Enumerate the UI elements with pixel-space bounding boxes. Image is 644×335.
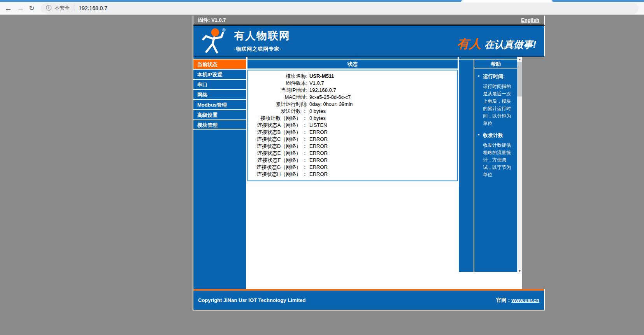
scrollbar-thumb[interactable] [517,62,522,96]
browser-chrome: ← → ↻ ⓘ 不安全 192.168.0.7 [0,0,644,15]
status-value: ERROR [309,136,328,143]
sidebar-item-advanced[interactable]: 高级设置 [193,109,246,119]
help-column: 帮助 •运行时间:运行时间指的是从最近一次上电后，模块的累计运行时间，以分钟为单… [459,57,517,289]
help-item-heading: 运行时间: [483,73,515,80]
slogan: 有人 在认真做事! [457,36,536,52]
status-label: 模块名称: [248,73,307,80]
status-label: 接收计数（网络） ： [248,115,307,122]
status-row: 固件版本:V1.0.7 [248,80,457,87]
help-panel-title: 帮助 [474,60,517,68]
sidebar-item-network[interactable]: 网络 [193,89,246,99]
divider [459,272,517,289]
usr-logo-icon: ® [199,27,228,55]
status-row: 连接状态F（网络） ：ERROR [248,157,457,164]
scrollbar-column: ▲ ▼ [517,57,522,289]
status-label: 当前IP地址: [248,87,307,94]
sidebar-item-current-status[interactable]: 当前状态 [193,59,246,69]
slogan-white-text: 在认真做事! [484,39,536,50]
help-panel: 帮助 •运行时间:运行时间指的是从最近一次上电后，模块的累计运行时间，以分钟为单… [459,60,517,272]
info-icon[interactable]: ⓘ [46,5,51,12]
status-value: ERROR [309,171,328,178]
status-value: 0day: 0hour: 39min [309,101,353,108]
status-value: 0 bytes [309,108,326,115]
status-value: V1.0.7 [309,80,324,87]
help-item: •运行时间:运行时间指的是从最近一次上电后，模块的累计运行时间，以分钟为单位 [478,73,515,127]
scroll-up-icon[interactable]: ▲ [517,57,522,62]
footer-section: Copyright JiNan Usr IOT Technology Limit… [193,289,545,310]
browser-tab[interactable] [461,0,553,2]
address-bar[interactable]: ⓘ 不安全 192.168.0.7 [41,3,639,14]
status-value: LISTEN [309,122,327,129]
status-row: 接收计数（网络） ：0 bytes [248,115,457,122]
scrollbar[interactable]: ▲ ▼ [517,57,522,274]
address-separator [74,5,74,11]
status-label: 连接状态A（网络） ： [248,122,307,129]
status-value: 192.168.0.7 [309,87,336,94]
status-label: 累计运行时间: [248,101,307,108]
status-row: 连接状态H（网络） ：ERROR [248,171,457,178]
status-value: 0 bytes [309,115,326,122]
firmware-topbar: 固件: V1.0.7 English [193,16,545,26]
status-value: 9c-a5-25-8d-6c-c7 [309,94,351,101]
sidebar-item-modbus[interactable]: Modbus管理 [193,99,246,109]
help-content: 帮助 •运行时间:运行时间指的是从最近一次上电后，模块的累计运行时间，以分钟为单… [474,60,517,272]
status-value: ERROR [309,164,328,171]
status-value: ERROR [309,143,328,150]
status-row: 发送计数 ：0 bytes [248,108,457,115]
help-spacer [459,60,474,272]
sidebar-item-lan-ip[interactable]: 本机IP设置 [193,69,246,79]
status-label: 连接状态B（网络） ： [248,129,307,136]
brand-subtitle: -物联网之联网专家- [234,46,290,53]
status-label: 固件版本: [248,80,307,87]
status-label: 连接状态F（网络） ： [248,157,307,164]
status-label: 连接状态H（网络） ： [248,171,307,178]
official-site: 官网：www.usr.cn [496,297,539,304]
status-label: 连接状态C（网络） ： [248,136,307,143]
site-container: 固件: V1.0.7 English ® 有人物联网 -物联网之联网专家- 有人… [193,16,545,310]
registered-mark: ® [222,27,226,32]
status-main-panel: 状态 模块名称:USR-M511固件版本:V1.0.7当前IP地址:192.16… [247,57,458,289]
status-label: 连接状态D（网络） ： [248,143,307,150]
status-value: USR-M511 [309,73,334,80]
site-footer: Copyright JiNan Usr IOT Technology Limit… [193,291,544,310]
status-row: 连接状态B（网络） ：ERROR [248,129,457,136]
reload-icon[interactable]: ↻ [29,5,35,12]
sidebar-menu: 当前状态本机IP设置串口网络Modbus管理高级设置模块管理 [193,57,246,289]
scroll-down-icon[interactable]: ▼ [517,268,522,274]
sidebar-item-module[interactable]: 模块管理 [193,119,246,130]
site-header: ® 有人物联网 -物联网之联网专家- 有人 在认真做事! [193,26,545,57]
browser-window-frame [0,0,644,2]
divider [522,57,545,289]
sidebar-item-serial[interactable]: 串口 [193,79,246,89]
status-row: 连接状态D（网络） ：ERROR [248,143,457,150]
divider [517,274,522,289]
status-row: 当前IP地址:192.168.0.7 [248,87,457,94]
status-label: 连接状态E（网络） ： [248,150,307,157]
forward-icon[interactable]: → [17,5,24,12]
status-row: 连接状态C（网络） ：ERROR [248,136,457,143]
bullet-icon: • [478,132,480,138]
official-site-link[interactable]: www.usr.cn [511,297,539,303]
bullet-icon: • [478,73,480,79]
help-item-text: 收发计数提供粗略的流量统计，方便调试，以字节为单位 [483,142,515,179]
url-text[interactable]: 192.168.0.7 [79,5,107,11]
english-link[interactable]: English [521,17,539,23]
browser-toolbar: ← → ↻ ⓘ 不安全 192.168.0.7 [0,2,644,15]
back-icon[interactable]: ← [5,5,12,12]
status-row: MAC地址:9c-a5-25-8d-6c-c7 [248,94,457,101]
help-item: •收发计数收发计数提供粗略的流量统计，方便调试，以字节为单位 [478,132,515,179]
slogan-orange-text: 有人 [457,37,481,51]
status-row: 模块名称:USR-M511 [248,73,457,80]
status-row: 连接状态E（网络） ：ERROR [248,150,457,157]
status-label: 连接状态G（网络） ： [248,164,307,171]
help-item-text: 运行时间指的是从最近一次上电后，模块的累计运行时间，以分钟为单位 [483,83,515,127]
copyright-text: Copyright JiNan Usr IOT Technology Limit… [198,297,305,303]
status-row: 累计运行时间:0day: 0hour: 39min [248,101,457,108]
status-label: MAC地址: [248,94,307,101]
brand-title: 有人物联网 [234,29,290,43]
brand-block: 有人物联网 -物联网之联网专家- [234,29,290,53]
status-value: ERROR [309,150,328,157]
status-value: ERROR [309,129,328,136]
content-row: 当前状态本机IP设置串口网络Modbus管理高级设置模块管理 状态 模块名称:U… [193,57,545,289]
status-row: 连接状态A（网络） ：LISTEN [248,122,457,129]
